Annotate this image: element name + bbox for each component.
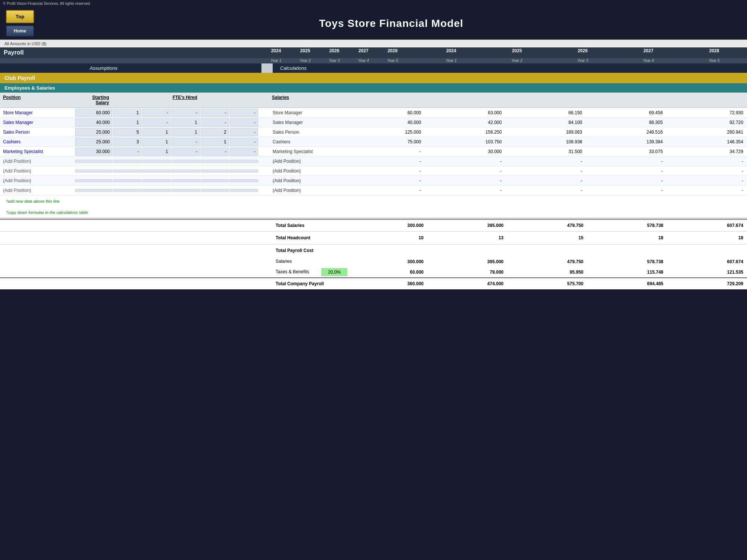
cell-fte-2[interactable] bbox=[171, 169, 200, 172]
total-salaries-label: Total Salaries bbox=[273, 221, 347, 230]
cell-fte-0[interactable] bbox=[113, 160, 142, 163]
value-2: 575.700 bbox=[507, 280, 587, 288]
cell-salary[interactable] bbox=[75, 189, 112, 192]
page-title: Toys Store Financial Model bbox=[41, 18, 741, 29]
calc-cell-1: - bbox=[425, 167, 506, 175]
cell-fte-3[interactable]: 1 bbox=[201, 138, 229, 146]
cell-fte-1[interactable]: 1 bbox=[142, 147, 171, 156]
taxes-benefits-label: Taxes & Benefits bbox=[273, 268, 321, 276]
cell-fte-1[interactable]: - bbox=[142, 109, 171, 117]
cell-fte-2[interactable] bbox=[171, 160, 200, 163]
year-2024-left: 2024 bbox=[261, 47, 291, 58]
year-2025-left: 2025 bbox=[291, 47, 320, 58]
cell-position: Sales Manager bbox=[0, 119, 75, 126]
cell-salary[interactable] bbox=[75, 179, 112, 182]
cell-salary[interactable]: 25.000 bbox=[75, 128, 112, 136]
cell-salary[interactable]: 60.000 bbox=[75, 109, 112, 117]
cell-fte-2[interactable] bbox=[171, 179, 200, 182]
cell-fte-3[interactable] bbox=[201, 189, 229, 192]
cell-fte-0[interactable]: 1 bbox=[113, 109, 142, 117]
assumptions-bar: Assumptions bbox=[0, 63, 261, 73]
cell-fte-2[interactable]: 1 bbox=[171, 118, 200, 127]
cell-fte-2[interactable]: - bbox=[171, 147, 200, 156]
cell-fte-4[interactable] bbox=[230, 189, 258, 192]
cell-fte-1[interactable]: - bbox=[142, 118, 171, 127]
cell-fte-4[interactable]: - bbox=[230, 147, 258, 156]
value-1: 13 bbox=[427, 234, 507, 242]
cell-fte-1[interactable] bbox=[142, 160, 171, 163]
cell-salary[interactable]: 40.000 bbox=[75, 118, 112, 127]
calc-cell-4: - bbox=[666, 187, 747, 194]
top-button[interactable]: Top bbox=[6, 10, 34, 23]
calc-values: ----- bbox=[344, 187, 747, 194]
cell-fte-2[interactable]: - bbox=[171, 109, 200, 117]
cell-position: (Add Position) bbox=[0, 177, 75, 184]
cell-fte-4[interactable] bbox=[230, 179, 258, 182]
cell-fte-0[interactable]: - bbox=[113, 147, 142, 156]
cell-fte-1[interactable]: 1 bbox=[142, 128, 171, 136]
cell-fte-0[interactable]: 3 bbox=[113, 138, 142, 146]
note1: *add new data above this line bbox=[3, 197, 258, 205]
cell-fte-3[interactable] bbox=[201, 160, 229, 163]
value-3: 578.738 bbox=[587, 258, 667, 266]
cell-fte-0[interactable]: 1 bbox=[113, 118, 142, 127]
home-button[interactable]: Home bbox=[6, 25, 34, 37]
total-payroll-cost-header: Total Payroll Cost bbox=[0, 244, 747, 256]
cell-fte-4[interactable]: - bbox=[230, 128, 258, 136]
taxes-rate[interactable]: 20,0% bbox=[321, 268, 347, 276]
sub-year-4-left: Year 4 bbox=[349, 58, 378, 63]
value-1: 395.000 bbox=[427, 258, 507, 266]
cell-salary[interactable]: 25.000 bbox=[75, 138, 112, 146]
cell-fte-4[interactable]: - bbox=[230, 138, 258, 146]
cell-fte-3[interactable]: 2 bbox=[201, 128, 229, 136]
cell-fte-4[interactable]: - bbox=[230, 109, 258, 117]
cell-fte-4[interactable] bbox=[230, 169, 258, 172]
cell-fte-1[interactable] bbox=[142, 169, 171, 172]
cell-fte-2[interactable]: 1 bbox=[171, 128, 200, 136]
total-company-payroll-row: Total Company Payroll 360.000474.000575.… bbox=[0, 277, 747, 289]
value-3: 578.738 bbox=[587, 221, 667, 230]
value-4: 729.209 bbox=[667, 280, 747, 288]
total-salaries-row: Total Salaries 300.000395.000479.750578.… bbox=[0, 219, 747, 231]
cell-fte-group: -1--- bbox=[113, 147, 258, 156]
calc-cell-2: 84.100 bbox=[505, 119, 586, 126]
sub-year-4-right: Year 4 bbox=[616, 58, 681, 63]
value-1: 79.000 bbox=[427, 268, 507, 276]
cell-fte-2[interactable]: - bbox=[171, 138, 200, 146]
table-row: (Add Position)(Add Position)----- bbox=[0, 156, 747, 166]
cell-fte-3[interactable] bbox=[201, 169, 229, 172]
cell-salary[interactable] bbox=[75, 169, 112, 172]
value-2: 479.750 bbox=[507, 221, 587, 230]
cell-fte-1[interactable] bbox=[142, 189, 171, 192]
calc-values: 40.00042.00084.10088.30592.720 bbox=[344, 119, 747, 126]
cell-fte-0[interactable]: 5 bbox=[113, 128, 142, 136]
right-cell-position: Marketing Specialist bbox=[270, 148, 344, 155]
cell-fte-0[interactable] bbox=[113, 179, 142, 182]
cell-fte-3[interactable]: - bbox=[201, 109, 229, 117]
cell-fte-0[interactable] bbox=[113, 189, 142, 192]
cell-fte-group: 31-1- bbox=[113, 137, 258, 146]
cell-position: Marketing Specialist bbox=[0, 148, 75, 155]
calc-cell-2: - bbox=[505, 167, 586, 175]
calc-cell-2: 66.150 bbox=[505, 109, 586, 116]
cell-fte-3[interactable]: - bbox=[201, 147, 229, 156]
cell-salary[interactable] bbox=[75, 160, 112, 163]
cell-fte-3[interactable] bbox=[201, 179, 229, 182]
calc-cell-3: - bbox=[586, 187, 667, 194]
calc-values: ----- bbox=[344, 158, 747, 165]
value-2: 95.950 bbox=[507, 268, 587, 276]
calc-cell-2: 31.500 bbox=[505, 148, 586, 155]
cell-fte-4[interactable] bbox=[230, 160, 258, 163]
right-cell-position: Sales Person bbox=[270, 128, 344, 136]
calc-cell-3: 33.075 bbox=[586, 148, 667, 155]
salaries-sub-values: 300.000395.000479.750578.738607.674 bbox=[347, 258, 747, 266]
cell-fte-4[interactable]: - bbox=[230, 118, 258, 127]
cell-fte-group bbox=[113, 169, 258, 173]
cell-salary[interactable]: 30.000 bbox=[75, 147, 112, 156]
cell-fte-3[interactable]: - bbox=[201, 118, 229, 127]
cell-fte-0[interactable] bbox=[113, 169, 142, 172]
cell-fte-1[interactable]: 1 bbox=[142, 138, 171, 146]
calculations-bar: Calculations bbox=[273, 63, 747, 73]
cell-fte-1[interactable] bbox=[142, 179, 171, 182]
cell-fte-2[interactable] bbox=[171, 189, 200, 192]
